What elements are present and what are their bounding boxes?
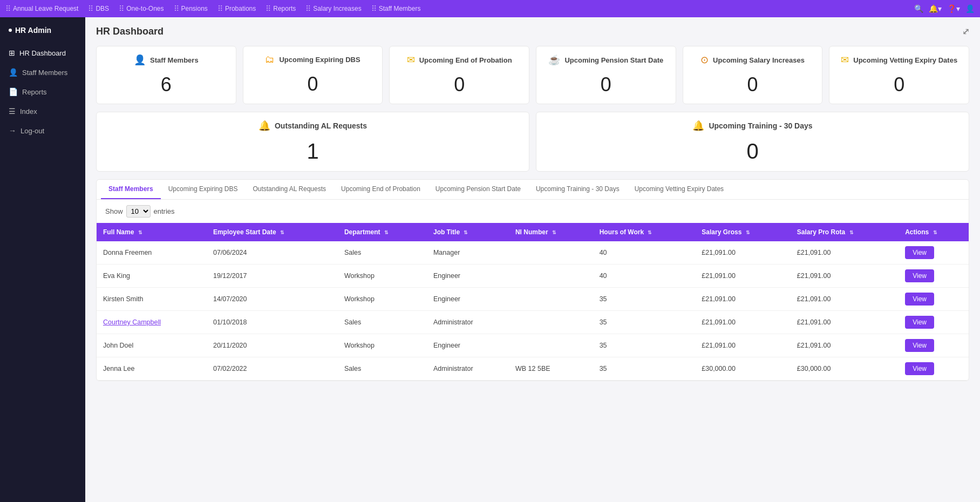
cell-job-title: Manager — [427, 241, 509, 264]
cell-ni-number: WB 12 5BE — [509, 357, 593, 381]
salary-card-icon: ⊙ — [700, 54, 709, 66]
cell-full-name: Courtney Campbell — [97, 311, 207, 334]
wide-card-header: 🔔 Upcoming Training - 30 Days — [545, 120, 960, 132]
search-icon[interactable]: 🔍 — [914, 4, 923, 13]
expand-icon[interactable]: ⤢ — [962, 26, 969, 37]
sidebar-item-reports[interactable]: 📄 Reports — [0, 82, 85, 101]
cell-ni-number — [509, 288, 593, 311]
cell-department: Sales — [338, 357, 427, 381]
cell-actions: View — [899, 241, 969, 264]
tab-pension-start[interactable]: Upcoming Pension Start Date — [428, 180, 528, 199]
card-al-requests: 🔔 Outstanding AL Requests 1 — [96, 112, 529, 172]
nav-salary-increases[interactable]: ⠿ Salary Increases — [305, 4, 361, 13]
brand-dot — [9, 29, 12, 32]
sidebar-item-staff-members[interactable]: 👤 Staff Members — [0, 63, 85, 82]
cell-start-date: 07/06/2024 — [207, 241, 338, 264]
nav-staff-members[interactable]: ⠿ Staff Members — [371, 4, 421, 13]
view-button[interactable]: View — [905, 362, 934, 375]
cell-department: Sales — [338, 241, 427, 264]
cell-ni-number — [509, 241, 593, 264]
tabs-header: Staff Members Upcoming Expiring DBS Outs… — [97, 180, 969, 200]
view-button[interactable]: View — [905, 269, 934, 282]
card-header: ⊙ Upcoming Salary Increases — [692, 54, 814, 66]
main-layout: HR Admin ⊞ HR Dashboard 👤 Staff Members … — [0, 17, 980, 502]
bell-icon[interactable]: 🔔▾ — [929, 4, 942, 13]
col-start-date[interactable]: Employee Start Date ⇅ — [207, 223, 338, 241]
col-salary-pro-rota[interactable]: Salary Pro Rota ⇅ — [791, 223, 899, 241]
sidebar-item-hr-dashboard[interactable]: ⊞ HR Dashboard — [0, 43, 85, 63]
card-pension-start: ☕ Upcoming Pension Start Date 0 — [536, 46, 676, 104]
nav-annual-leave[interactable]: ⠿ Annual Leave Request — [5, 4, 78, 13]
view-button[interactable]: View — [905, 339, 934, 352]
view-button[interactable]: View — [905, 316, 934, 329]
drag-icon: ⠿ — [217, 4, 223, 13]
dbs-card-icon: 🗂 — [265, 54, 275, 65]
col-full-name[interactable]: Full Name ⇅ — [97, 223, 207, 241]
sort-icon: ⇅ — [933, 230, 937, 235]
sidebar-item-logout[interactable]: → Log-out — [0, 121, 85, 140]
table-row: Eva King 19/12/2017 Workshop Engineer 40… — [97, 264, 969, 288]
tab-training[interactable]: Upcoming Training - 30 Days — [528, 180, 627, 199]
nav-pensions[interactable]: ⠿ Pensions — [174, 4, 208, 13]
tab-staff-members[interactable]: Staff Members — [101, 180, 161, 199]
cell-full-name: John Doel — [97, 334, 207, 357]
cell-department: Sales — [338, 311, 427, 334]
card-vetting-expiry: ✉ Upcoming Vetting Expiry Dates 0 — [829, 46, 969, 104]
staff-members-card-icon: 👤 — [134, 54, 146, 66]
logout-icon: → — [9, 126, 16, 135]
page-title-bar: HR Dashboard ⤢ — [96, 26, 969, 37]
card-upcoming-training: 🔔 Upcoming Training - 30 Days 0 — [536, 112, 969, 172]
tab-vetting-expiry[interactable]: Upcoming Vetting Expiry Dates — [627, 180, 731, 199]
card-staff-members: 👤 Staff Members 6 — [96, 46, 236, 104]
nav-probations[interactable]: ⠿ Probations — [217, 4, 256, 13]
tab-expiring-dbs[interactable]: Upcoming Expiring DBS — [161, 180, 246, 199]
salary-value: 0 — [692, 73, 814, 96]
col-department[interactable]: Department ⇅ — [338, 223, 427, 241]
nav-reports[interactable]: ⠿ Reports — [266, 4, 296, 13]
cell-department: Workshop — [338, 288, 427, 311]
col-hours[interactable]: Hours of Work ⇅ — [593, 223, 696, 241]
col-actions[interactable]: Actions ⇅ — [899, 223, 969, 241]
entries-select[interactable]: 10 25 50 — [126, 205, 151, 218]
cell-department: Workshop — [338, 264, 427, 288]
al-bell-icon: 🔔 — [258, 120, 270, 132]
sort-icon: ⇅ — [138, 230, 142, 235]
tab-al-requests[interactable]: Outstanding AL Requests — [245, 180, 334, 199]
cell-salary-pro-rota: £21,091.00 — [791, 241, 899, 264]
view-button[interactable]: View — [905, 293, 934, 306]
cell-salary-gross: £30,000.00 — [695, 357, 791, 381]
card-header: ✉ Upcoming End of Probation — [398, 54, 520, 66]
sort-icon: ⇅ — [746, 230, 750, 235]
table-row: Donna Freemen 07/06/2024 Sales Manager 4… — [97, 241, 969, 264]
cell-actions: View — [899, 357, 969, 381]
help-icon[interactable]: ❓▾ — [947, 4, 960, 13]
entries-label: entries — [154, 207, 175, 215]
cell-start-date: 07/02/2022 — [207, 357, 338, 381]
cell-salary-pro-rota: £21,091.00 — [791, 311, 899, 334]
drag-icon: ⠿ — [119, 4, 124, 13]
sort-icon: ⇅ — [849, 230, 854, 235]
col-salary-gross[interactable]: Salary Gross ⇅ — [695, 223, 791, 241]
table-header-row: Full Name ⇅ Employee Start Date ⇅ Depart… — [97, 223, 969, 241]
drag-icon: ⠿ — [174, 4, 179, 13]
card-end-probation: ✉ Upcoming End of Probation 0 — [389, 46, 529, 104]
table-row: John Doel 20/11/2020 Workshop Engineer 3… — [97, 334, 969, 357]
sidebar-item-index[interactable]: ☰ Index — [0, 101, 85, 121]
nav-dbs[interactable]: ⠿ DBS — [88, 4, 109, 13]
cell-salary-pro-rota: £21,091.00 — [791, 334, 899, 357]
nav-one-to-ones[interactable]: ⠿ One-to-Ones — [119, 4, 164, 13]
card-expiring-dbs: 🗂 Upcoming Expiring DBS 0 — [243, 46, 383, 104]
main-content: HR Dashboard ⤢ 👤 Staff Members 6 🗂 Upcom… — [85, 17, 980, 502]
cell-full-name: Donna Freemen — [97, 241, 207, 264]
staff-name-link[interactable]: Courtney Campbell — [103, 318, 161, 326]
dbs-value: 0 — [252, 73, 374, 96]
col-job-title[interactable]: Job Title ⇅ — [427, 223, 509, 241]
sidebar: HR Admin ⊞ HR Dashboard 👤 Staff Members … — [0, 17, 85, 502]
cell-full-name: Eva King — [97, 264, 207, 288]
tabs-section: Staff Members Upcoming Expiring DBS Outs… — [96, 179, 969, 381]
tab-end-probation[interactable]: Upcoming End of Probation — [334, 180, 428, 199]
col-ni-number[interactable]: NI Number ⇅ — [509, 223, 593, 241]
user-avatar[interactable]: 👤 — [965, 4, 975, 13]
cell-salary-pro-rota: £30,000.00 — [791, 357, 899, 381]
view-button[interactable]: View — [905, 246, 934, 259]
